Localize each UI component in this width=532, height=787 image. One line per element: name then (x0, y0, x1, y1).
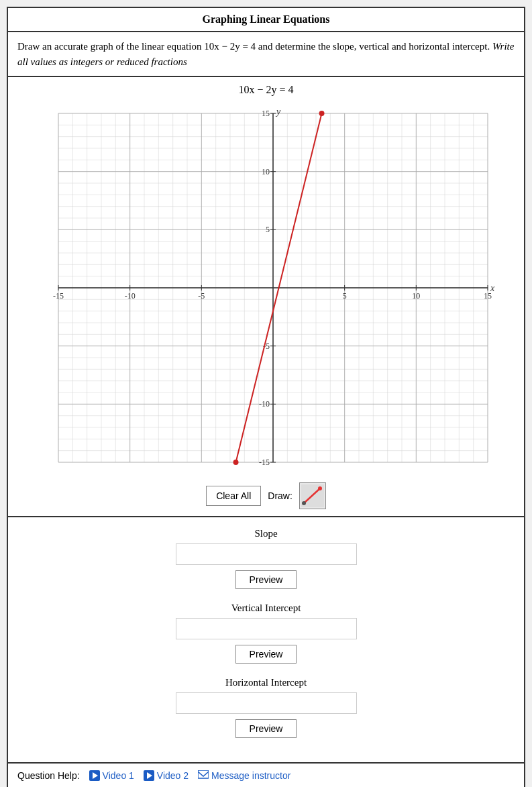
page-title: Graphing Linear Equations (8, 8, 524, 32)
equation-text: 10x − 2y = 4 (238, 84, 293, 95)
svg-point-3 (302, 501, 306, 505)
vertical-input[interactable] (176, 618, 357, 639)
question-help-bar: Question Help: Video 1 Video 2 Message i… (8, 762, 524, 787)
horizontal-input[interactable] (176, 692, 357, 714)
draw-icon-button[interactable] (299, 482, 326, 509)
video2-play-icon (144, 770, 154, 781)
slope-label: Slope (254, 528, 277, 539)
vertical-preview-button[interactable]: Preview (235, 645, 297, 664)
video1-label: Video 1 (103, 770, 134, 781)
slope-preview-label: Preview (250, 574, 283, 585)
message-instructor-link[interactable]: Message instructor (198, 770, 290, 781)
clear-all-button[interactable]: Clear All (206, 486, 261, 506)
mail-icon (198, 770, 209, 781)
slope-preview-button[interactable]: Preview (235, 570, 297, 589)
graph-container (25, 100, 508, 476)
answers-section: Slope Preview Vertical Intercept Preview… (8, 517, 524, 762)
instruction-main: Draw an accurate graph of the linear equ… (17, 41, 490, 52)
clear-all-label: Clear All (216, 490, 251, 501)
horizontal-preview-label: Preview (250, 723, 283, 734)
graph-canvas[interactable] (25, 100, 508, 476)
svg-point-2 (318, 486, 322, 490)
vertical-label: Vertical Intercept (231, 602, 301, 614)
graph-section: 10x − 2y = 4 Clear All Draw: (8, 77, 524, 517)
video1-play-icon (89, 770, 100, 781)
pencil-line-icon (301, 484, 324, 507)
equation-label: 10x − 2y = 4 (21, 84, 511, 96)
draw-label: Draw: (268, 490, 292, 501)
vertical-preview-label: Preview (250, 649, 283, 660)
horizontal-preview-button[interactable]: Preview (235, 719, 297, 738)
video2-label: Video 2 (157, 770, 189, 781)
instruction-box: Draw an accurate graph of the linear equ… (8, 32, 524, 77)
video1-link[interactable]: Video 1 (89, 770, 134, 781)
message-instructor-label: Message instructor (211, 770, 290, 781)
vertical-intercept-group: Vertical Intercept Preview (21, 602, 511, 664)
page-wrapper: Graphing Linear Equations Draw an accura… (7, 7, 525, 787)
slope-input[interactable] (176, 543, 357, 565)
horizontal-intercept-group: Horizontal Intercept Preview (21, 677, 511, 738)
graph-controls: Clear All Draw: (21, 482, 511, 509)
horizontal-label: Horizontal Intercept (225, 677, 307, 688)
svg-rect-8 (198, 770, 209, 778)
title-text: Graphing Linear Equations (203, 13, 330, 25)
help-label: Question Help: (17, 770, 80, 781)
video2-link[interactable]: Video 2 (144, 770, 189, 781)
slope-group: Slope Preview (21, 528, 511, 589)
